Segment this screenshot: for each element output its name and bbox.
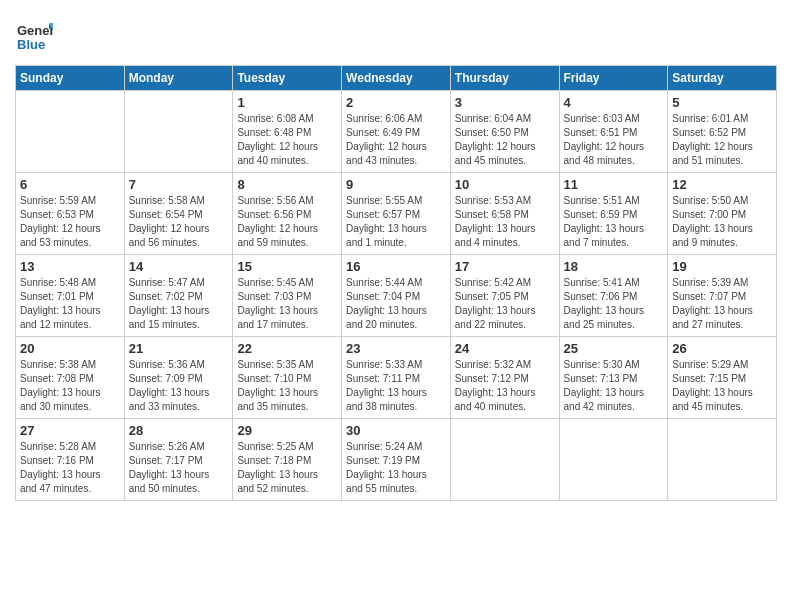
day-info: Sunrise: 5:41 AMSunset: 7:06 PMDaylight:…	[564, 276, 664, 332]
calendar-cell: 17Sunrise: 5:42 AMSunset: 7:05 PMDayligh…	[450, 255, 559, 337]
day-number: 20	[20, 341, 120, 356]
day-info: Sunrise: 6:03 AMSunset: 6:51 PMDaylight:…	[564, 112, 664, 168]
calendar-cell: 15Sunrise: 5:45 AMSunset: 7:03 PMDayligh…	[233, 255, 342, 337]
calendar-cell: 12Sunrise: 5:50 AMSunset: 7:00 PMDayligh…	[668, 173, 777, 255]
day-info: Sunrise: 5:56 AMSunset: 6:56 PMDaylight:…	[237, 194, 337, 250]
day-info: Sunrise: 5:59 AMSunset: 6:53 PMDaylight:…	[20, 194, 120, 250]
day-info: Sunrise: 5:32 AMSunset: 7:12 PMDaylight:…	[455, 358, 555, 414]
day-number: 30	[346, 423, 446, 438]
calendar-body: 1Sunrise: 6:08 AMSunset: 6:48 PMDaylight…	[16, 91, 777, 501]
day-info: Sunrise: 5:42 AMSunset: 7:05 PMDaylight:…	[455, 276, 555, 332]
calendar-cell: 22Sunrise: 5:35 AMSunset: 7:10 PMDayligh…	[233, 337, 342, 419]
day-number: 29	[237, 423, 337, 438]
day-number: 19	[672, 259, 772, 274]
calendar-cell	[450, 419, 559, 501]
day-info: Sunrise: 6:04 AMSunset: 6:50 PMDaylight:…	[455, 112, 555, 168]
calendar-cell: 11Sunrise: 5:51 AMSunset: 6:59 PMDayligh…	[559, 173, 668, 255]
calendar-cell: 6Sunrise: 5:59 AMSunset: 6:53 PMDaylight…	[16, 173, 125, 255]
day-number: 23	[346, 341, 446, 356]
calendar-cell: 28Sunrise: 5:26 AMSunset: 7:17 PMDayligh…	[124, 419, 233, 501]
day-info: Sunrise: 5:35 AMSunset: 7:10 PMDaylight:…	[237, 358, 337, 414]
week-row-5: 27Sunrise: 5:28 AMSunset: 7:16 PMDayligh…	[16, 419, 777, 501]
header-saturday: Saturday	[668, 66, 777, 91]
calendar-cell: 8Sunrise: 5:56 AMSunset: 6:56 PMDaylight…	[233, 173, 342, 255]
calendar-cell: 10Sunrise: 5:53 AMSunset: 6:58 PMDayligh…	[450, 173, 559, 255]
calendar-cell: 18Sunrise: 5:41 AMSunset: 7:06 PMDayligh…	[559, 255, 668, 337]
logo: General Blue	[15, 15, 53, 57]
calendar-cell: 9Sunrise: 5:55 AMSunset: 6:57 PMDaylight…	[342, 173, 451, 255]
day-info: Sunrise: 5:24 AMSunset: 7:19 PMDaylight:…	[346, 440, 446, 496]
calendar-cell	[16, 91, 125, 173]
calendar-table: SundayMondayTuesdayWednesdayThursdayFrid…	[15, 65, 777, 501]
day-info: Sunrise: 5:29 AMSunset: 7:15 PMDaylight:…	[672, 358, 772, 414]
day-info: Sunrise: 5:51 AMSunset: 6:59 PMDaylight:…	[564, 194, 664, 250]
calendar-cell: 13Sunrise: 5:48 AMSunset: 7:01 PMDayligh…	[16, 255, 125, 337]
day-number: 27	[20, 423, 120, 438]
calendar-cell: 7Sunrise: 5:58 AMSunset: 6:54 PMDaylight…	[124, 173, 233, 255]
day-number: 14	[129, 259, 229, 274]
day-number: 21	[129, 341, 229, 356]
calendar-cell: 29Sunrise: 5:25 AMSunset: 7:18 PMDayligh…	[233, 419, 342, 501]
calendar-cell: 24Sunrise: 5:32 AMSunset: 7:12 PMDayligh…	[450, 337, 559, 419]
day-info: Sunrise: 5:25 AMSunset: 7:18 PMDaylight:…	[237, 440, 337, 496]
day-number: 5	[672, 95, 772, 110]
calendar-cell: 27Sunrise: 5:28 AMSunset: 7:16 PMDayligh…	[16, 419, 125, 501]
calendar-cell	[668, 419, 777, 501]
header-row: SundayMondayTuesdayWednesdayThursdayFrid…	[16, 66, 777, 91]
calendar-cell: 30Sunrise: 5:24 AMSunset: 7:19 PMDayligh…	[342, 419, 451, 501]
calendar-cell: 14Sunrise: 5:47 AMSunset: 7:02 PMDayligh…	[124, 255, 233, 337]
header-monday: Monday	[124, 66, 233, 91]
day-number: 6	[20, 177, 120, 192]
day-number: 22	[237, 341, 337, 356]
day-number: 2	[346, 95, 446, 110]
day-info: Sunrise: 5:58 AMSunset: 6:54 PMDaylight:…	[129, 194, 229, 250]
day-number: 10	[455, 177, 555, 192]
svg-text:Blue: Blue	[17, 37, 45, 52]
header-wednesday: Wednesday	[342, 66, 451, 91]
day-number: 1	[237, 95, 337, 110]
day-number: 24	[455, 341, 555, 356]
day-info: Sunrise: 5:45 AMSunset: 7:03 PMDaylight:…	[237, 276, 337, 332]
day-info: Sunrise: 5:39 AMSunset: 7:07 PMDaylight:…	[672, 276, 772, 332]
calendar-cell: 3Sunrise: 6:04 AMSunset: 6:50 PMDaylight…	[450, 91, 559, 173]
day-number: 8	[237, 177, 337, 192]
day-info: Sunrise: 5:28 AMSunset: 7:16 PMDaylight:…	[20, 440, 120, 496]
day-number: 3	[455, 95, 555, 110]
logo-icon: General Blue	[15, 15, 53, 53]
day-number: 9	[346, 177, 446, 192]
day-info: Sunrise: 6:08 AMSunset: 6:48 PMDaylight:…	[237, 112, 337, 168]
day-info: Sunrise: 5:48 AMSunset: 7:01 PMDaylight:…	[20, 276, 120, 332]
calendar-cell	[124, 91, 233, 173]
day-number: 12	[672, 177, 772, 192]
header-sunday: Sunday	[16, 66, 125, 91]
day-number: 7	[129, 177, 229, 192]
day-info: Sunrise: 6:06 AMSunset: 6:49 PMDaylight:…	[346, 112, 446, 168]
week-row-2: 6Sunrise: 5:59 AMSunset: 6:53 PMDaylight…	[16, 173, 777, 255]
day-info: Sunrise: 5:44 AMSunset: 7:04 PMDaylight:…	[346, 276, 446, 332]
day-info: Sunrise: 5:47 AMSunset: 7:02 PMDaylight:…	[129, 276, 229, 332]
day-number: 26	[672, 341, 772, 356]
day-number: 11	[564, 177, 664, 192]
day-number: 15	[237, 259, 337, 274]
calendar-cell: 4Sunrise: 6:03 AMSunset: 6:51 PMDaylight…	[559, 91, 668, 173]
calendar-cell: 16Sunrise: 5:44 AMSunset: 7:04 PMDayligh…	[342, 255, 451, 337]
week-row-4: 20Sunrise: 5:38 AMSunset: 7:08 PMDayligh…	[16, 337, 777, 419]
day-info: Sunrise: 5:30 AMSunset: 7:13 PMDaylight:…	[564, 358, 664, 414]
calendar-cell: 2Sunrise: 6:06 AMSunset: 6:49 PMDaylight…	[342, 91, 451, 173]
day-number: 16	[346, 259, 446, 274]
day-number: 28	[129, 423, 229, 438]
calendar-cell	[559, 419, 668, 501]
day-info: Sunrise: 5:26 AMSunset: 7:17 PMDaylight:…	[129, 440, 229, 496]
day-info: Sunrise: 5:55 AMSunset: 6:57 PMDaylight:…	[346, 194, 446, 250]
day-number: 4	[564, 95, 664, 110]
calendar-cell: 19Sunrise: 5:39 AMSunset: 7:07 PMDayligh…	[668, 255, 777, 337]
day-info: Sunrise: 5:53 AMSunset: 6:58 PMDaylight:…	[455, 194, 555, 250]
day-info: Sunrise: 5:33 AMSunset: 7:11 PMDaylight:…	[346, 358, 446, 414]
header-thursday: Thursday	[450, 66, 559, 91]
calendar-cell: 23Sunrise: 5:33 AMSunset: 7:11 PMDayligh…	[342, 337, 451, 419]
page-header: General Blue	[15, 15, 777, 57]
svg-text:General: General	[17, 23, 53, 38]
header-tuesday: Tuesday	[233, 66, 342, 91]
calendar-cell: 1Sunrise: 6:08 AMSunset: 6:48 PMDaylight…	[233, 91, 342, 173]
day-info: Sunrise: 5:50 AMSunset: 7:00 PMDaylight:…	[672, 194, 772, 250]
